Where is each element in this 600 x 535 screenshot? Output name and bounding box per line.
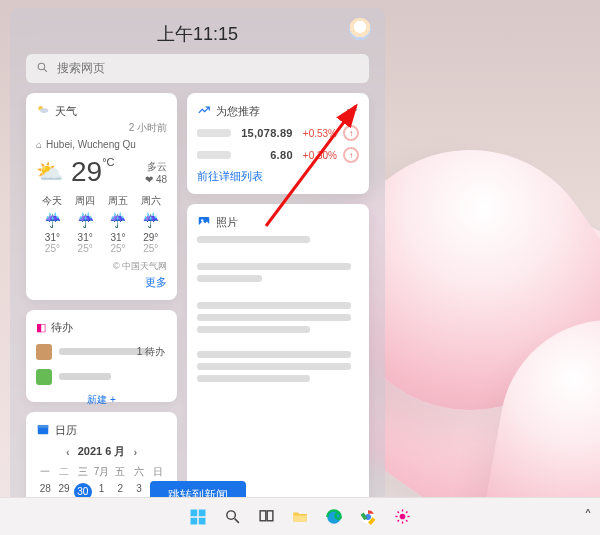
blurred-text: [197, 302, 351, 309]
weather-location: Hubei, Wucheng Qu: [46, 139, 136, 150]
blurred-text: [197, 351, 351, 358]
task-view-button[interactable]: [256, 507, 276, 527]
cal-dow: 三: [73, 465, 92, 479]
weather-source: © 中国天气网: [36, 260, 167, 273]
photos-card[interactable]: 照片: [187, 204, 369, 513]
svg-rect-14: [191, 517, 198, 524]
file-explorer-button[interactable]: [290, 507, 310, 527]
todo-more-link[interactable]: 新建 +: [36, 393, 167, 407]
weather-unit: °C: [102, 156, 114, 168]
blurred-text: [197, 151, 231, 159]
forecast-day-label: 今天: [42, 194, 62, 208]
weather-updated: 2 小时前: [36, 121, 167, 135]
weather-more-link[interactable]: 更多: [36, 275, 167, 290]
rain-icon: ☔: [108, 212, 128, 228]
svg-point-24: [399, 514, 405, 520]
forecast-lo: 25°: [141, 243, 161, 254]
blurred-text: [197, 314, 351, 321]
home-icon: ⌂: [36, 139, 42, 150]
forecast-lo: 25°: [75, 243, 95, 254]
forecast-day-label: 周六: [141, 194, 161, 208]
finance-card[interactable]: ⋯ 为您推荐 15,078.89 +0.53% ↑ 6.80 +0.30%: [187, 93, 369, 194]
task-color-icon: [36, 344, 52, 360]
taskbar: ˄: [0, 497, 600, 535]
search-icon: [36, 61, 49, 77]
svg-rect-12: [191, 509, 198, 516]
rain-icon: ☔: [75, 212, 95, 228]
blurred-text: [197, 275, 262, 282]
todo-title: 待办: [51, 320, 73, 335]
stocks-icon: [197, 103, 211, 119]
start-button[interactable]: [188, 507, 208, 527]
calendar-prev-button[interactable]: ‹: [66, 446, 70, 458]
rain-icon: ☔: [141, 212, 161, 228]
cal-dow: 五: [111, 465, 130, 479]
svg-point-3: [40, 108, 48, 113]
forecast-lo: 25°: [108, 243, 128, 254]
finance-title: 为您推荐: [216, 104, 260, 119]
svg-rect-13: [199, 509, 206, 516]
finance-value: 6.80: [270, 149, 293, 161]
svg-line-32: [406, 512, 407, 513]
finance-change: +0.30%: [303, 150, 337, 161]
taskbar-search-button[interactable]: [222, 507, 242, 527]
chrome-browser-button[interactable]: [358, 507, 378, 527]
finance-change: +0.53%: [303, 128, 337, 139]
edge-browser-button[interactable]: [324, 507, 344, 527]
svg-rect-18: [260, 511, 266, 521]
cal-dow: 日: [148, 465, 167, 479]
trend-up-icon: ↑: [343, 147, 359, 163]
finance-row[interactable]: 15,078.89 +0.53% ↑: [197, 125, 359, 141]
blurred-text: [197, 363, 351, 370]
blurred-text: [197, 129, 231, 137]
forecast-hi: 31°: [42, 232, 62, 243]
partly-cloudy-icon: ⛅: [36, 159, 63, 185]
forecast-hi: 29°: [141, 232, 161, 243]
weather-aqi: ❤ 48: [145, 174, 167, 185]
blurred-text: [197, 236, 310, 243]
finance-row[interactable]: 6.80 +0.30% ↑: [197, 147, 359, 163]
svg-line-1: [44, 69, 47, 72]
weather-title: 天气: [55, 104, 77, 119]
forecast-hi: 31°: [108, 232, 128, 243]
calendar-title: 日历: [55, 423, 77, 438]
forecast-day-label: 周四: [75, 194, 95, 208]
widgets-panel: 上午11:15 搜索网页 天气 2 小时前 ⌂ Hubei, Wucheng Q…: [10, 8, 385, 518]
svg-point-16: [226, 511, 235, 519]
photo-icon: [197, 214, 211, 230]
weather-condition: 多云: [145, 160, 167, 174]
calendar-next-button[interactable]: ›: [133, 446, 137, 458]
todo-icon: ◧: [36, 321, 46, 334]
more-options-button[interactable]: ⋯: [346, 103, 359, 117]
calendar-month: 2021 6 月: [78, 444, 126, 459]
forecast-day-label: 周五: [108, 194, 128, 208]
todo-card[interactable]: ◧ 待办 1 待办 新建 +: [26, 310, 177, 402]
weather-card[interactable]: 天气 2 小时前 ⌂ Hubei, Wucheng Qu ⛅ 29°C 多云 ❤…: [26, 93, 177, 300]
blurred-text: [197, 326, 310, 333]
settings-button[interactable]: [392, 507, 412, 527]
svg-rect-20: [293, 515, 307, 521]
blurred-text: [59, 373, 111, 380]
calendar-grid: 一 二 三 7月 五 六 日 28 29 30 1 2 3 4: [36, 465, 167, 501]
finance-value: 15,078.89: [241, 127, 293, 139]
photos-title: 照片: [216, 215, 238, 230]
cal-dow: 7月: [92, 465, 111, 479]
weather-icon: [36, 103, 50, 119]
search-placeholder: 搜索网页: [57, 60, 105, 77]
svg-point-0: [38, 63, 45, 69]
svg-rect-5: [38, 425, 49, 428]
svg-line-30: [406, 520, 407, 521]
task-color-icon: [36, 369, 52, 385]
svg-point-10: [201, 219, 203, 221]
finance-details-link[interactable]: 前往详细列表: [197, 169, 359, 184]
svg-line-31: [397, 520, 398, 521]
svg-line-29: [397, 512, 398, 513]
cal-dow: 六: [130, 465, 149, 479]
show-hidden-icons-button[interactable]: ˄: [582, 507, 594, 525]
blurred-text: [197, 263, 351, 270]
svg-rect-19: [267, 511, 273, 521]
user-avatar[interactable]: [349, 18, 371, 40]
search-input[interactable]: 搜索网页: [26, 54, 369, 83]
weather-forecast-row: 今天☔31°25° 周四☔31°25° 周五☔31°25° 周六☔29°25°: [36, 194, 167, 254]
forecast-lo: 25°: [42, 243, 62, 254]
